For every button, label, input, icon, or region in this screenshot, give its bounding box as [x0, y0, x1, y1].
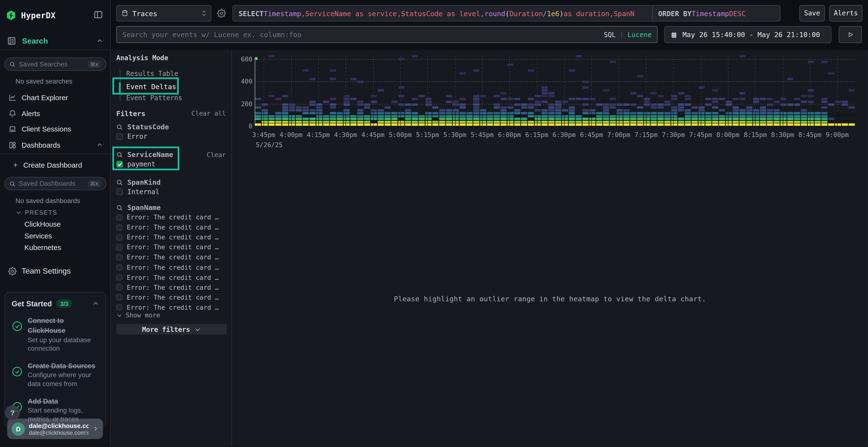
x-axis-tick-label: 5:00pm: [389, 131, 411, 139]
filter-option-internal[interactable]: Internal: [116, 188, 159, 196]
mode-event-patterns[interactable]: Event Patterns: [126, 94, 182, 102]
search-section-label: Search: [22, 37, 48, 45]
checkbox-unchecked[interactable]: [116, 234, 122, 240]
hyperdx-logo-icon: [5, 10, 17, 21]
checkbox-unchecked[interactable]: [116, 304, 122, 310]
sidebar-item-kubernetes[interactable]: Kubernetes: [24, 243, 61, 251]
source-settings-gear-icon[interactable]: [217, 9, 226, 18]
search-icon: [9, 61, 16, 67]
create-dashboard-button[interactable]: + Create Dashboard: [0, 158, 111, 172]
sidebar-item-services[interactable]: Services: [24, 232, 52, 240]
run-query-button[interactable]: [839, 26, 862, 43]
mode-results-table[interactable]: Results Table: [126, 70, 178, 77]
get-started-item-desc: Configure where your data comes from: [28, 371, 99, 389]
laptop-icon: [8, 125, 17, 133]
lucene-mode-toggle[interactable]: Lucene: [628, 31, 652, 38]
clear-all-button[interactable]: Clear all: [191, 110, 226, 117]
order-by-editor[interactable]: ORDER BY Timestamp DESC: [652, 5, 781, 22]
chevron-up-icon[interactable]: [96, 38, 103, 44]
alerts-button[interactable]: Alerts: [829, 5, 863, 22]
date-range-picker[interactable]: May 26 15:40:00 - May 26 21:10:00: [664, 26, 831, 43]
sql-mode-toggle[interactable]: SQL: [604, 31, 616, 38]
checkbox-unchecked[interactable]: [116, 264, 122, 270]
spanname-option[interactable]: Error: The credit card …: [116, 304, 219, 311]
x-axis-tick-label: 7:00pm: [607, 131, 630, 139]
duration-heatmap-canvas[interactable]: [255, 54, 855, 126]
checkbox-unchecked[interactable]: [116, 284, 122, 290]
chevron-up-icon[interactable]: [92, 300, 99, 307]
checkbox-unchecked[interactable]: [116, 274, 122, 280]
x-axis-tick-label: 5:15pm: [416, 131, 439, 139]
checkbox-unchecked[interactable]: [116, 224, 122, 230]
sql-token: SELECT: [239, 9, 264, 18]
checkbox-unchecked[interactable]: [116, 188, 123, 195]
save-button[interactable]: Save: [799, 5, 825, 22]
spanname-option[interactable]: Error: The credit card …: [116, 283, 219, 291]
checkbox-unchecked[interactable]: [116, 294, 122, 300]
spanname-option[interactable]: Error: The credit card …: [116, 294, 219, 301]
source-select[interactable]: Traces: [116, 5, 212, 22]
x-axis-tick-label: 8:00pm: [716, 131, 739, 139]
collapse-sidebar-icon[interactable]: [94, 10, 103, 19]
y-axis-tick-label: 400: [232, 78, 252, 85]
search-input[interactable]: Search your events w/ Lucene ex. column:…: [116, 26, 657, 43]
sidebar-item-dashboards[interactable]: Dashboards: [0, 138, 111, 152]
search-icon: [116, 179, 123, 186]
more-filters-button[interactable]: More filters: [116, 324, 227, 335]
clear-servicename-button[interactable]: Clear: [207, 151, 226, 159]
checkbox-unchecked[interactable]: [116, 244, 122, 250]
presets-toggle[interactable]: PRESETS: [16, 209, 57, 216]
sidebar-item-client-sessions[interactable]: Client Sessions: [0, 122, 111, 136]
filter-option-error[interactable]: Error: [116, 133, 147, 140]
spanname-option[interactable]: Error: The credit card …: [116, 253, 219, 261]
x-axis-tick-label: 7:45pm: [689, 131, 712, 139]
mode-event-deltas[interactable]: Event Deltas: [126, 82, 176, 91]
get-started-item[interactable]: Connect to ClickHouse Set up your databa…: [11, 315, 99, 353]
gear-icon: [8, 267, 17, 275]
filter-group-spankind: SpanKind: [116, 178, 161, 186]
search-icon: [116, 124, 123, 130]
user-menu[interactable]: D dale@clickhouse.com dale@clickhouse.co…: [7, 419, 103, 439]
filter-option-payment[interactable]: payment: [116, 161, 155, 168]
sql-token: Timestamp: [264, 9, 301, 18]
get-started-panel: Get Started 3/3 Connect to ClickHouse Se…: [4, 292, 106, 428]
show-more-button[interactable]: Show more: [116, 311, 160, 319]
spanname-option[interactable]: Error: The credit card …: [116, 213, 219, 221]
saved-dashboards-input[interactable]: Saved Dashboards ⌘K: [4, 177, 106, 190]
source-select-value: Traces: [132, 9, 198, 18]
date-range-value: May 26 15:40:00 - May 26 21:10:00: [683, 30, 820, 38]
get-started-title: Get Started: [11, 299, 52, 308]
sidebar-item-team-settings[interactable]: Team Settings: [0, 264, 111, 278]
filter-group-spanname: SpanName: [116, 204, 161, 212]
x-axis-tick-label: 6:45pm: [580, 131, 603, 139]
filter-group-title: SpanName: [127, 204, 161, 212]
x-axis-tick-label: 4:45pm: [362, 131, 384, 139]
sidebar-item-chart-explorer[interactable]: Chart Explorer: [0, 90, 111, 105]
checkbox-unchecked[interactable]: [116, 254, 122, 260]
avatar: D: [11, 422, 25, 436]
help-button[interactable]: ?: [5, 405, 20, 420]
checkbox-unchecked[interactable]: [116, 214, 122, 220]
sql-token: round: [485, 9, 505, 18]
sql-token: ,: [610, 9, 614, 18]
sidebar-section-search[interactable]: Search: [0, 32, 111, 50]
logo[interactable]: HyperDX: [5, 9, 105, 22]
sql-token: 1e6: [547, 9, 559, 18]
chevron-up-icon[interactable]: [96, 142, 103, 148]
saved-searches-input[interactable]: Saved Searches ⌘K: [4, 58, 106, 71]
user-email: dale@clickhouse.com: [29, 422, 89, 429]
spanname-option[interactable]: Error: The credit card …: [116, 224, 219, 231]
filters-heading: Filters: [116, 110, 145, 118]
sql-token: ,: [301, 9, 305, 18]
user-team: dale@clickhouse.com's: [29, 429, 89, 436]
checkbox-unchecked[interactable]: [116, 133, 123, 140]
get-started-item[interactable]: Create Data Sources Configure where your…: [11, 360, 99, 389]
checkbox-checked[interactable]: [116, 161, 123, 168]
spanname-option[interactable]: Error: The credit card …: [116, 243, 219, 251]
spanname-option[interactable]: Error: The credit card …: [116, 274, 219, 281]
sidebar-item-clickhouse[interactable]: ClickHouse: [24, 220, 61, 228]
sidebar-item-alerts[interactable]: Alerts: [0, 106, 111, 121]
spanname-option[interactable]: Error: The credit card …: [116, 233, 219, 241]
spanname-option[interactable]: Error: The credit card …: [116, 264, 219, 271]
sidebar-item-label: Alerts: [22, 109, 40, 117]
